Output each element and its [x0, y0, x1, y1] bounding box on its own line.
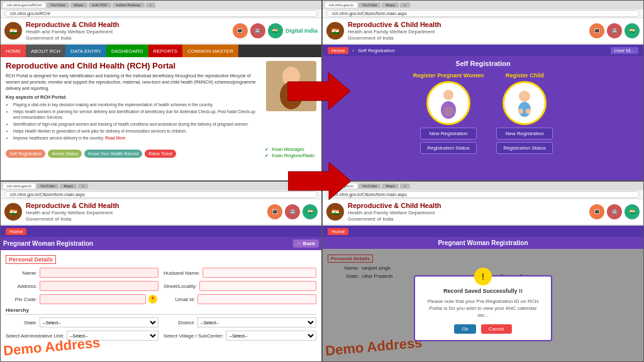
pregnant-new-reg-btn[interactable]: New Registration [420, 128, 477, 140]
health-record-btn[interactable]: Know Your Health Record [84, 150, 142, 158]
q4-panel: rch.nhm.gov.in YouTube Maps + rch.nhm.go… [322, 181, 644, 362]
nav-home[interactable]: HOME [1, 45, 26, 57]
kisan-msg-link[interactable]: ✔ Kisan Messages [265, 147, 316, 152]
dialog-title: Record Saved Successfully !! [424, 288, 542, 294]
child-reg-status-btn[interactable]: Registration Status [496, 142, 553, 154]
nav-bar: HOME ABOUT RCH DATA ENTRY DASHBOARD REPO… [1, 45, 321, 57]
q4-subtitle: Health and Family Welfare Department [348, 210, 441, 216]
anmol-status-btn[interactable]: Anmol Status [48, 150, 82, 158]
q2-header-logos: 👨‍👩‍👧 🏥 🇮🇳 [589, 23, 640, 38]
logo2: 🏥 [250, 23, 265, 38]
q2-tab2[interactable]: YouTube [358, 3, 381, 8]
q3-admin-label: Select Administrative Unit: [6, 333, 64, 339]
active-tab[interactable]: rch.nhm.gov.in/RCH/ [3, 3, 45, 8]
q3-husband-input[interactable] [203, 268, 316, 278]
q2-url[interactable]: rch.nhm.gov.in/Citizen/form-main.aspx [326, 10, 640, 17]
title-block: Reproductive & Child Health Health and F… [26, 21, 119, 41]
q3-name-input[interactable] [40, 268, 158, 278]
q4-tab-strip: rch.nhm.gov.in YouTube Maps + [323, 182, 643, 190]
portal-title: Reproductive and Child Health (RCH) Port… [6, 61, 262, 70]
q3-husband-label: Husband Name: [164, 270, 200, 276]
q4-tab3[interactable]: Maps [382, 184, 399, 189]
pregnant-reg-status-btn[interactable]: Registration Status [420, 142, 477, 154]
q3-village-field: Select Village / SubCenter: --Select-- [164, 331, 316, 341]
q2-tab3[interactable]: Maps [382, 3, 399, 8]
q3-form-content: Personal Details Name: Husband Name: Add… [1, 250, 321, 362]
q4-url[interactable]: rch.nhm.gov.in/Citizen/form-main.aspx [326, 191, 640, 198]
q3-email-input[interactable] [197, 294, 316, 304]
nav-reports[interactable]: REPORTS [148, 45, 183, 57]
raise-ticket-btn[interactable]: Raise Ticket [145, 150, 176, 158]
q3-pin-label: Pin Code: [6, 297, 37, 302]
q2-tab4[interactable]: + [400, 3, 410, 8]
list-item-1: Playing a vital role in key decision mak… [13, 102, 262, 108]
url-field[interactable]: rch.nhm.gov.in/RCH/ [4, 10, 318, 17]
q3-pin-field: Pin Code: 📍 [6, 294, 158, 304]
tab-railway[interactable]: Indian Railway [113, 3, 145, 8]
q2-registration-cards: Register Pregnant Women New Registration… [413, 72, 553, 154]
q3-tab3[interactable]: Maps [60, 184, 77, 189]
q3-name-row: Name: Husband Name: [6, 268, 316, 278]
dialog-ok-btn[interactable]: Ok [454, 324, 475, 334]
nav-dashboard[interactable]: DASHBOARD [106, 45, 148, 57]
q2-home-breadcrumb[interactable]: Home [328, 47, 348, 54]
breadcrumb-separator: › [352, 48, 354, 53]
q3-address-bar: rch.nhm.gov.in/Citizen/form-main.aspx [1, 190, 321, 199]
q3-admin-field: Select Administrative Unit: --Select-- [6, 331, 158, 341]
site-title: Reproductive & Child Health [26, 21, 119, 29]
q2-main-content: Self Registration Register Pregnant Wome… [323, 56, 643, 181]
q3-address-row: Address: Street/Locality: [6, 281, 316, 291]
q3-village-select[interactable]: --Select-- [226, 331, 316, 341]
q3-admin-select[interactable]: --Select-- [67, 331, 158, 341]
svg-marker-12 [288, 162, 351, 200]
q3-street-input[interactable] [199, 281, 316, 291]
q2-site-title: Reproductive & Child Health [348, 21, 441, 29]
svg-point-9 [518, 109, 523, 114]
dialog-cancel-btn[interactable]: Cancel [481, 324, 512, 334]
arrow-q3-to-q4 [288, 162, 351, 200]
q2-address-bar: rch.nhm.gov.in/Citizen/form-main.aspx [323, 9, 643, 18]
q4-home-breadcrumb[interactable]: Home [328, 228, 348, 235]
tab-more[interactable]: + [146, 3, 156, 8]
nav-about[interactable]: ABOUT RCH [26, 45, 65, 57]
q3-title-block: Reproductive & Child Health Health and F… [26, 202, 119, 222]
q3-district-label: District: [164, 320, 195, 326]
q3-pin-input[interactable] [40, 294, 146, 304]
dialog-text: Please note that your Pre-Registration I… [424, 298, 542, 319]
q3-village-label: Select Village / SubCenter: [164, 333, 223, 339]
tab-maps[interactable]: Maps [70, 3, 87, 8]
q4-tab-plus[interactable]: + [400, 184, 410, 189]
q4-emblem: 🇮🇳 [326, 203, 344, 221]
nav-data[interactable]: DATA ENTRY [65, 45, 106, 57]
user-corner: User M... [611, 47, 638, 54]
q3-email-label: Umail Id: [164, 297, 195, 302]
child-new-reg-btn[interactable]: New Registration [496, 128, 553, 140]
dialog-buttons: Ok Cancel [424, 324, 542, 334]
breadcrumb-current: Self Registration [358, 48, 395, 53]
tab-youtube[interactable]: YouTube [47, 3, 69, 8]
q2-header: 🇮🇳 Reproductive & Child Health Health an… [323, 18, 643, 45]
q3-district-select[interactable]: --Select-- [197, 317, 316, 327]
q2-active-tab[interactable]: rch.nhm.gov.in [325, 3, 357, 8]
q4-form-title: Pregnant Woman Registration [438, 239, 528, 246]
q4-tab2[interactable]: YouTube [358, 184, 381, 189]
q3-tab-plus[interactable]: + [78, 184, 88, 189]
q3-state-select[interactable]: --Select-- [40, 317, 158, 327]
kisan-ringtone-link[interactable]: ✔ Kisan Ringtone/Radio [265, 153, 316, 158]
pin-circle: 📍 [148, 295, 157, 304]
q3-back-btn[interactable]: ← Back [293, 239, 319, 248]
q3-url[interactable]: rch.nhm.gov.in/Citizen/form-main.aspx [4, 191, 318, 198]
dialog-icon: ! [474, 268, 492, 285]
q3-address-field: Address: [6, 281, 158, 291]
tab-pdf[interactable]: Edit PDF [89, 3, 111, 8]
q3-home-breadcrumb[interactable]: Home [6, 228, 26, 235]
q3-active-tab[interactable]: rch.nhm.gov.in [3, 184, 35, 189]
q3-logo1: 👨‍👩‍👧 [267, 204, 282, 219]
svg-marker-11 [287, 72, 350, 110]
logo1: 👨‍👩‍👧 [233, 23, 248, 38]
portal-desc: RCH Portal is designed for early identif… [6, 73, 262, 91]
q3-tab2[interactable]: YouTube [36, 184, 59, 189]
nav-master[interactable]: COMMON MASTER [182, 45, 238, 57]
q3-address-input[interactable] [40, 281, 158, 291]
self-reg-btn[interactable]: Self Registration [6, 150, 45, 158]
